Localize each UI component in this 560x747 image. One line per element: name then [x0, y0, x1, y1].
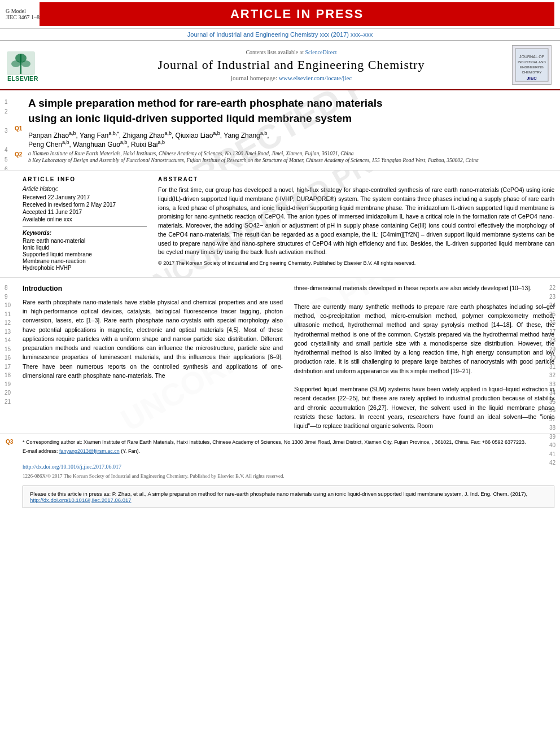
g-model-label: G ModelJIEC 3467 1–8 — [6, 8, 40, 20]
body-section: UNCORRECTED PROOF Introduction Rare eart… — [0, 278, 560, 434]
article-title-section: UNCORRECTED PROOF 1234567 Q1 Q2 A simple… — [0, 90, 560, 171]
article-authors: Panpan Zhaoa,b, Yang Fana,b,*, Zhigang Z… — [28, 130, 543, 148]
abstract-text: For the first time, our group has develo… — [158, 186, 554, 257]
journal-header: ELSEVIER Contents lists available at Sci… — [0, 41, 560, 90]
received-revised-date: Received in revised form 2 May 2017 — [23, 202, 147, 208]
top-bar: G ModelJIEC 3467 1–8 ARTICLE IN PRESS — [0, 0, 560, 29]
sciencedirect-line: Contents lists available at ScienceDirec… — [73, 49, 509, 55]
intro-text-col2: three-dimensional materials developed in… — [294, 283, 554, 430]
citation-box: Please cite this article in press as: P.… — [23, 486, 554, 508]
journal-logo-right: JOURNAL OF INDUSTRIAL AND ENGINEERING CH… — [509, 45, 554, 85]
keyword-1: Rare earth nano-material — [23, 238, 147, 244]
svg-point-3 — [11, 60, 20, 67]
journal-header-center: Contents lists available at ScienceDirec… — [73, 49, 509, 81]
body-section-wrapper: 89101112131415161718192021 2223242526272… — [0, 278, 560, 434]
abstract-heading: ABSTRACT — [158, 176, 554, 182]
citation-doi-link[interactable]: http://dx.doi.org/10.1016/j.jiec.2017.06… — [30, 497, 132, 503]
svg-text:CHEMISTRY: CHEMISTRY — [522, 71, 541, 74]
received-date: Received 22 January 2017 — [23, 194, 147, 200]
affiliation-b: b Key Laboratory of Design and Assembly … — [28, 158, 543, 163]
elsevier-logo-area: ELSEVIER — [6, 46, 73, 85]
elsevier-logo-svg: ELSEVIER — [6, 46, 68, 82]
keyword-3: Supported liquid membrane — [23, 251, 147, 257]
intro-text-col1: Rare earth phosphate nano-materials have… — [23, 298, 283, 380]
journal-homepage: journal homepage: www.elsevier.com/locat… — [73, 75, 509, 81]
email-link[interactable]: fanyang2013@fjirsm.ac.cn — [59, 448, 120, 454]
jiec-logo: JOURNAL OF INDUSTRIAL AND ENGINEERING CH… — [515, 48, 549, 82]
article-history-label: Article history: — [23, 186, 147, 192]
divider — [23, 226, 147, 226]
footnote-text-1: * Corresponding author at: Xiamen Instit… — [23, 439, 554, 446]
introduction-heading: Introduction — [23, 283, 283, 294]
line-numbers-title: 1234567 — [5, 97, 8, 171]
article-in-press-banner: ARTICLE IN PRESS — [40, 2, 554, 26]
doi-link[interactable]: http://dx.doi.org/10.1016/j.jiec.2017.06… — [23, 464, 121, 470]
keyword-2: Ionic liquid — [23, 244, 147, 251]
q3-label: Q3 — [6, 439, 13, 445]
accepted-date: Accepted 11 June 2017 — [23, 209, 147, 215]
svg-text:ENGINEERING: ENGINEERING — [520, 65, 544, 69]
svg-text:JIEC: JIEC — [527, 76, 537, 81]
abstract-col: ABSTRACT For the first time, our group h… — [158, 176, 554, 272]
footnote-section: Q3 * Corresponding author at: Xiamen Ins… — [0, 434, 560, 461]
available-online: Available online xxx — [23, 216, 147, 222]
article-info-col: ARTICLE INFO Article history: Received 2… — [23, 176, 147, 272]
affiliation-a: a Xiamen Institute of Rare Earth Materia… — [28, 151, 543, 156]
journal-title: Journal of Industrial and Engineering Ch… — [73, 58, 509, 72]
issn-line: 1226-086X/© 2017 The Korean Society of I… — [0, 472, 560, 480]
footnote-text-2: E-mail address: fanyang2013@fjirsm.ac.cn… — [23, 448, 554, 455]
citation-text: Please cite this article in press as: P.… — [30, 491, 527, 497]
svg-text:ELSEVIER: ELSEVIER — [7, 75, 38, 82]
body-col-right: three-dimensional materials developed in… — [294, 283, 554, 434]
journal-line: Journal of Industrial and Engineering Ch… — [0, 29, 560, 41]
body-col-left: Introduction Rare earth phosphate nano-m… — [23, 283, 283, 434]
copyright-text: © 2017 The Korean Society of Industrial … — [158, 260, 554, 266]
keyword-5: Hydrophobic HVHP — [23, 265, 147, 271]
homepage-link[interactable]: www.elsevier.com/locate/jiec — [279, 75, 352, 81]
article-info-heading: ARTICLE INFO — [23, 176, 147, 182]
keywords-heading: Keywords: — [23, 230, 147, 236]
svg-point-4 — [21, 60, 30, 67]
svg-text:INDUSTRIAL AND: INDUSTRIAL AND — [518, 60, 546, 64]
q1-label: Q1 — [15, 125, 22, 132]
doi-line: http://dx.doi.org/10.1016/j.jiec.2017.06… — [0, 461, 560, 472]
sciencedirect-link[interactable]: ScienceDirect — [305, 49, 336, 55]
article-title: A simple preparation method for rare-ear… — [28, 96, 543, 126]
q2-label: Q2 — [15, 151, 22, 158]
keyword-4: Membrane nano-reaction — [23, 258, 147, 264]
journal-logo-box: JOURNAL OF INDUSTRIAL AND ENGINEERING CH… — [512, 45, 552, 85]
svg-text:JOURNAL OF: JOURNAL OF — [519, 55, 544, 59]
info-abstract-section: UNCORRECTED PROOF ARTICLE INFO Article h… — [0, 171, 560, 278]
